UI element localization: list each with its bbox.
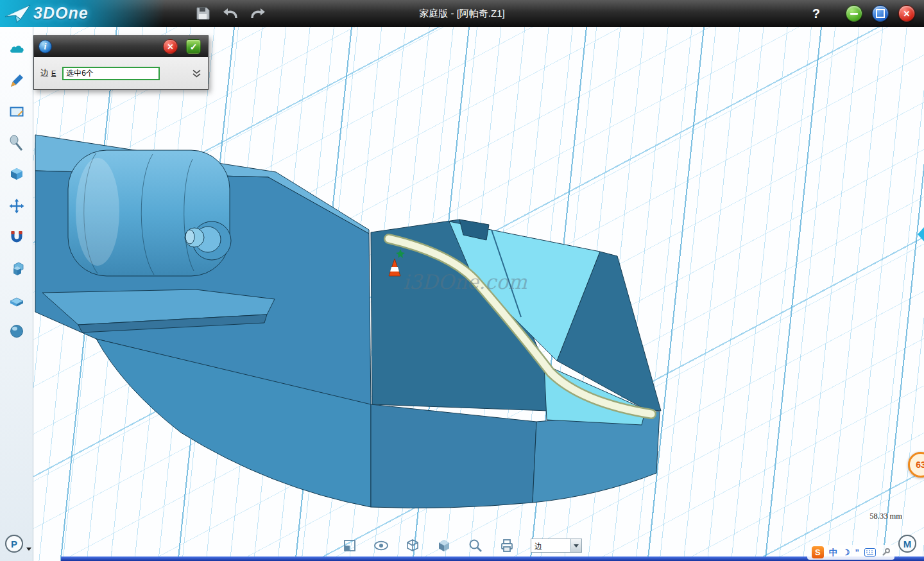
property-corner-button[interactable]: P <box>5 535 23 553</box>
input-method-tray: S 中 ☽ ” <box>807 545 894 560</box>
shaded-mode-icon[interactable] <box>436 538 452 553</box>
view-toolbar: 边 <box>342 538 582 553</box>
solid-cube-icon[interactable] <box>8 166 25 183</box>
wireframe-mode-icon[interactable] <box>405 538 420 553</box>
pick-filter-value: 边 <box>531 539 570 552</box>
property-corner-arrow-icon[interactable] <box>26 548 31 551</box>
undo-button[interactable] <box>222 5 239 22</box>
sogou-input-icon[interactable]: S <box>812 546 824 558</box>
paper-plane-logo-icon <box>4 3 31 24</box>
expand-chevron-icon[interactable] <box>192 69 201 78</box>
edge-field-hotkey: E <box>51 69 56 77</box>
dialog-cancel-button[interactable]: ✕ <box>163 39 178 54</box>
dialog-header[interactable]: i ✕ ✓ <box>34 36 208 57</box>
dropdown-arrow-icon[interactable] <box>570 539 581 552</box>
combine-cubes-icon[interactable] <box>8 261 25 277</box>
preset-shapes-icon[interactable] <box>8 41 25 58</box>
taskbar-strip[interactable] <box>61 557 924 561</box>
help-button[interactable]: ? <box>812 0 820 27</box>
magnet-icon[interactable] <box>8 229 25 246</box>
window-controls: ✕ <box>846 5 915 22</box>
align-view-icon[interactable] <box>342 538 357 553</box>
zoom-icon[interactable] <box>468 538 483 553</box>
maximize-button[interactable] <box>872 5 889 22</box>
file-actions <box>194 0 266 27</box>
chinese-mode-toggle[interactable]: 中 <box>829 547 837 558</box>
halfwidth-toggle-icon[interactable]: ☽ <box>843 548 850 557</box>
transform-arrows-icon[interactable] <box>8 198 25 214</box>
app-window: i3DOne.com 58.33 mm 63 3DOne <box>0 0 924 561</box>
panel-collapse-arrow-icon[interactable] <box>918 227 924 241</box>
redo-icon <box>250 6 266 21</box>
logo-zone: 3DOne <box>0 0 193 27</box>
app-logo-text: 3DOne <box>33 4 89 22</box>
sketch-rectangle-icon[interactable] <box>8 103 25 120</box>
doodle-brush-icon[interactable] <box>8 72 25 89</box>
minimize-button[interactable] <box>846 5 862 22</box>
surface-spoon-icon[interactable] <box>8 135 25 151</box>
save-icon <box>195 6 210 21</box>
titlebar: 3DOne 家庭 <box>0 0 924 27</box>
redo-button[interactable] <box>250 5 266 22</box>
visibility-eye-icon[interactable] <box>373 538 389 553</box>
printer-icon[interactable] <box>499 538 515 553</box>
dimension-readout: 58.33 mm <box>869 512 902 521</box>
cone-marker-stripe <box>390 267 399 272</box>
viewport-grid[interactable]: i3DOne.com <box>0 27 924 561</box>
soft-keyboard-icon[interactable] <box>864 548 876 557</box>
punctuation-toggle-icon[interactable]: ” <box>855 548 860 557</box>
save-button[interactable] <box>194 5 211 22</box>
edge-selection-input[interactable] <box>62 67 160 80</box>
pick-filter-dropdown[interactable]: 边 <box>531 539 582 553</box>
edge-selection-dialog: i ✕ ✓ 边 E <box>33 35 209 90</box>
render-sphere-icon[interactable] <box>8 323 25 340</box>
model-hull-bow[interactable] <box>371 404 536 508</box>
model-engine-pod[interactable] <box>68 150 231 276</box>
window-title: 家庭版 - [阿帕奇.Z1] <box>419 0 504 27</box>
tray-tools-icon[interactable] <box>881 548 890 557</box>
watermark: i3DOne.com <box>403 270 527 293</box>
undo-icon <box>222 6 239 21</box>
mini-toolbar-corner-button[interactable]: M <box>898 535 916 553</box>
model-viewport[interactable]: i3DOne.com <box>0 27 924 561</box>
slab-icon[interactable] <box>8 291 25 308</box>
info-icon: i <box>38 40 52 53</box>
edge-field-label: 边 <box>40 67 49 79</box>
dialog-confirm-button[interactable]: ✓ <box>186 39 201 54</box>
close-button[interactable]: ✕ <box>898 5 915 22</box>
dialog-body: 边 E <box>34 57 208 89</box>
left-toolbar <box>0 27 33 561</box>
